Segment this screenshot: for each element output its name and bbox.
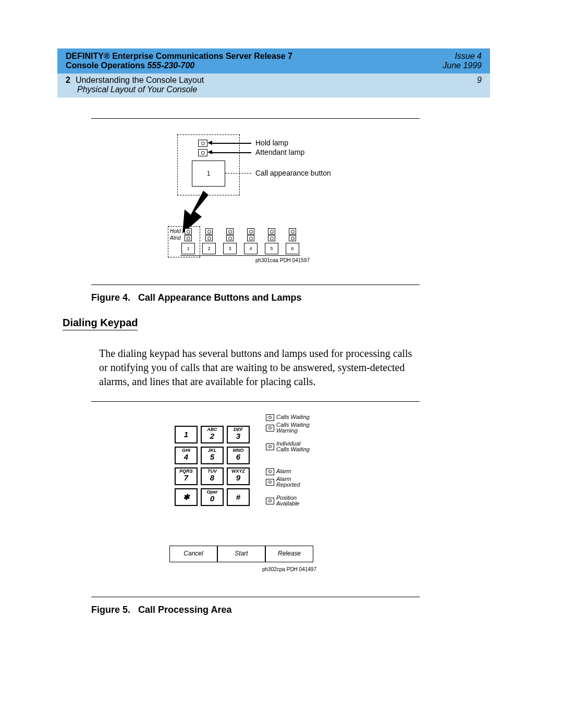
strip-lamp	[185, 228, 192, 235]
strip-lamp	[185, 235, 192, 241]
keypad-key-7: PQRS7	[175, 467, 198, 485]
header-title-line1: DEFINITY® Enterprise Communications Serv…	[66, 52, 292, 60]
arrow-line	[212, 143, 251, 144]
strip-button: 1	[181, 243, 195, 254]
ca-button-label: Call appearance button	[255, 169, 331, 177]
keypad-key-0: Oper0	[201, 488, 224, 506]
individual-calls-lamp-icon	[266, 443, 274, 450]
strip-lamp	[226, 228, 234, 235]
strip-num: 4	[249, 246, 252, 251]
alarm-reported-label-2: Reported	[276, 482, 300, 488]
strip-num: 5	[270, 246, 273, 251]
strip-lamp	[268, 235, 275, 241]
calls-waiting-warning-label-2: Warning	[276, 427, 298, 434]
strip-button: 4	[244, 243, 258, 254]
figure-5-reference: ph302cpa PDH 041497	[262, 566, 316, 572]
keypad-key-6: MNO6	[227, 447, 250, 464]
strip-button: 3	[223, 243, 237, 254]
section-number: 2	[66, 76, 70, 84]
strip-lamp	[268, 228, 275, 235]
dialing-keypad-heading: Dialing Keypad	[63, 317, 138, 330]
strip-atnd-label: Atnd	[170, 235, 181, 241]
figure-4-reference: ph301caa PDH 041597	[255, 257, 310, 263]
strip-num: 1	[187, 246, 189, 251]
keypad-key-4: GHI4	[175, 447, 198, 464]
header-bottom-row: 2Understanding the Console Layout Physic…	[57, 73, 490, 97]
position-available-lamp-icon	[266, 498, 274, 504]
arrow-head-icon	[207, 150, 212, 154]
strip-lamp	[289, 235, 296, 241]
keypad-key-hash: #	[227, 488, 250, 506]
keypad-key-3: DEF3	[227, 426, 250, 443]
header-top-row: DEFINITY® Enterprise Communications Serv…	[57, 48, 490, 73]
strip-num: 2	[207, 246, 210, 251]
figure-5-label: Figure 5.	[91, 604, 130, 615]
content-area: 1 Hold lamp Attendant lamp Call appearan…	[91, 118, 467, 615]
arrow-head-icon	[207, 141, 212, 145]
ca-button-number: 1	[207, 170, 211, 177]
strip-lamp	[205, 228, 213, 235]
keypad-key-8: TUV8	[201, 467, 224, 485]
page-number: 9	[477, 76, 482, 94]
dashed-arrow-line	[225, 173, 251, 174]
figure-4-label: Figure 4.	[91, 292, 130, 303]
attendant-lamp-icon	[198, 149, 207, 156]
individual-calls-label-2: Calls Waiting	[276, 446, 310, 452]
header-date: June 1999	[443, 61, 482, 70]
start-button: Start	[217, 546, 265, 562]
strip-lamp	[247, 235, 254, 241]
header-issue: Issue 4	[455, 52, 482, 60]
rule	[91, 285, 420, 285]
header-issue-date: Issue 4 June 1999	[443, 52, 482, 70]
figure-4-diagram: 1 Hold lamp Attendant lamp Call appearan…	[177, 134, 438, 270]
page: DEFINITY® Enterprise Communications Serv…	[0, 0, 563, 615]
keypad-key-1: 1	[175, 426, 198, 443]
hold-lamp-icon	[198, 140, 207, 147]
page-header: DEFINITY® Enterprise Communications Serv…	[57, 48, 490, 97]
calls-waiting-label: Calls Waiting	[276, 414, 310, 420]
strip-button: 5	[265, 243, 278, 254]
alarm-lamp-icon	[266, 468, 274, 475]
release-button: Release	[265, 546, 313, 562]
figure-5-caption: Figure 5. Call Processing Area	[91, 604, 467, 615]
header-doc-number: 555-230-700	[147, 61, 194, 70]
attendant-lamp-label: Attendant lamp	[255, 148, 304, 156]
figure-4-title: Call Appearance Buttons and Lamps	[138, 292, 301, 303]
strip-lamp	[247, 228, 254, 235]
rule	[91, 401, 420, 402]
strip-num: 3	[228, 246, 231, 251]
keypad-key-5: JKL5	[201, 447, 224, 464]
figure-5-title: Call Processing Area	[138, 604, 231, 615]
keypad-key-2: ABC2	[201, 426, 224, 443]
hold-lamp-label: Hold lamp	[255, 139, 288, 147]
header-section: 2Understanding the Console Layout Physic…	[66, 76, 204, 94]
strip-button: 2	[202, 243, 216, 254]
call-appearance-button: 1	[192, 161, 225, 187]
rule	[91, 118, 420, 119]
strip-num: 6	[291, 246, 293, 251]
body-paragraph: The dialing keypad has several buttons a…	[99, 347, 417, 389]
strip-lamp	[226, 235, 234, 241]
rule	[91, 597, 420, 597]
strip-lamp	[289, 228, 296, 235]
cancel-button: Cancel	[169, 546, 217, 562]
strip-hold-label: Hold	[170, 228, 181, 234]
figure-5-diagram: 1 ABC2 DEF3 GHI4 JKL5 MNO6 PQRS7 TUV8 WX…	[175, 410, 435, 582]
keypad-key-star: ✱	[175, 488, 198, 506]
alarm-label: Alarm	[276, 468, 291, 474]
keypad-key-9: WXYZ9	[227, 467, 250, 485]
strip-baseline	[180, 255, 300, 256]
figure-4-caption: Figure 4. Call Appearance Buttons and La…	[91, 292, 467, 303]
calls-waiting-lamp-icon	[266, 414, 274, 421]
strip-button: 6	[286, 243, 299, 254]
arrow-line	[212, 152, 251, 153]
calls-waiting-warning-lamp-icon	[266, 425, 274, 431]
subsection-title: Physical Layout of Your Console	[77, 85, 204, 94]
header-title: DEFINITY® Enterprise Communications Serv…	[66, 52, 292, 70]
header-title-line2a: Console Operations	[66, 61, 147, 70]
position-available-label-2: Available	[276, 500, 299, 507]
alarm-reported-lamp-icon	[266, 479, 274, 486]
strip-lamp	[205, 235, 213, 241]
section-title: Understanding the Console Layout	[76, 76, 204, 84]
